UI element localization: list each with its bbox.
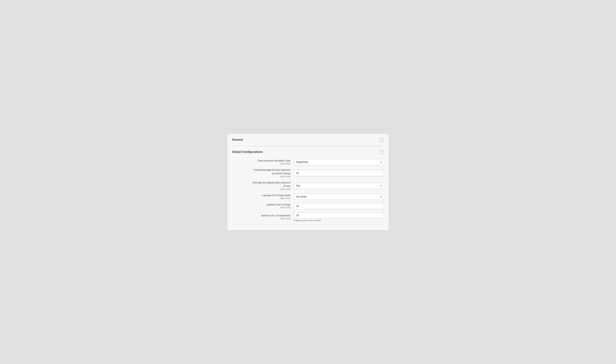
global-config-section: Global Configurations ⌃ Down payment cal… bbox=[227, 146, 389, 230]
input-fee-to-charge[interactable] bbox=[294, 203, 384, 209]
chevron-down-icon: ⌄ bbox=[381, 138, 383, 141]
label-max-installments: Maximum no. of installments [store view] bbox=[232, 214, 294, 220]
hint-max-installments: Empty or zero means no limit. bbox=[294, 219, 384, 222]
control-price-percentage bbox=[294, 170, 384, 176]
global-config-collapse-button[interactable]: ⌃ bbox=[380, 150, 384, 154]
select-wrapper-fee-charge-mode: Per Order Per Installment bbox=[294, 194, 384, 200]
form-row-calculate-deposit: Calculate the deposit before discount(if… bbox=[232, 181, 384, 191]
general-collapse-button[interactable]: ⌄ bbox=[380, 138, 384, 142]
form-row-down-payment-type: Down payment calculation Type [store vie… bbox=[232, 159, 384, 165]
control-down-payment-type: Fixed Price Percentage bbox=[294, 159, 384, 165]
form-row-fee-to-charge: Layaway Fee to charge [store view] bbox=[232, 203, 384, 209]
label-fee-to-charge: Layaway Fee to charge [store view] bbox=[232, 203, 294, 209]
store-view-badge: [store view] bbox=[232, 206, 290, 209]
store-view-badge: [store view] bbox=[232, 175, 290, 178]
label-price-percentage: Price/Percentage for down payment(as abo… bbox=[232, 168, 294, 178]
control-max-installments: Empty or zero means no limit. bbox=[294, 212, 384, 222]
store-view-badge: [store view] bbox=[232, 162, 290, 165]
label-down-payment-type: Down payment calculation Type [store vie… bbox=[232, 159, 294, 165]
control-fee-to-charge bbox=[294, 203, 384, 209]
general-section: General ⌄ bbox=[227, 134, 389, 146]
select-down-payment-type[interactable]: Fixed Price Percentage bbox=[294, 159, 384, 165]
input-max-installments[interactable] bbox=[294, 212, 384, 218]
store-view-badge: [store view] bbox=[232, 217, 290, 220]
control-calculate-deposit: Yes No bbox=[294, 183, 384, 189]
select-calculate-deposit[interactable]: Yes No bbox=[294, 183, 384, 189]
page-wrapper: General ⌄ Global Configurations ⌃ Down p… bbox=[227, 134, 389, 230]
global-config-header: Global Configurations ⌃ bbox=[232, 150, 384, 154]
form-row-price-percentage: Price/Percentage for down payment(as abo… bbox=[232, 168, 384, 178]
select-wrapper-calculate-deposit: Yes No bbox=[294, 183, 384, 189]
control-fee-charge-mode: Per Order Per Installment bbox=[294, 194, 384, 200]
label-fee-charge-mode: Layaway Fee Charge Mode [store view] bbox=[232, 194, 294, 200]
general-title: General bbox=[232, 138, 243, 142]
chevron-up-icon: ⌃ bbox=[381, 151, 383, 153]
select-wrapper-down-payment-type: Fixed Price Percentage bbox=[294, 159, 384, 165]
store-view-badge: [store view] bbox=[232, 197, 290, 200]
label-calculate-deposit: Calculate the deposit before discount(if… bbox=[232, 181, 294, 191]
select-fee-charge-mode[interactable]: Per Order Per Installment bbox=[294, 194, 384, 200]
global-config-title: Global Configurations bbox=[232, 150, 263, 154]
form-row-max-installments: Maximum no. of installments [store view]… bbox=[232, 212, 384, 222]
store-view-badge: [store view] bbox=[232, 188, 290, 191]
form-row-fee-charge-mode: Layaway Fee Charge Mode [store view] Per… bbox=[232, 194, 384, 200]
input-price-percentage[interactable] bbox=[294, 170, 384, 176]
